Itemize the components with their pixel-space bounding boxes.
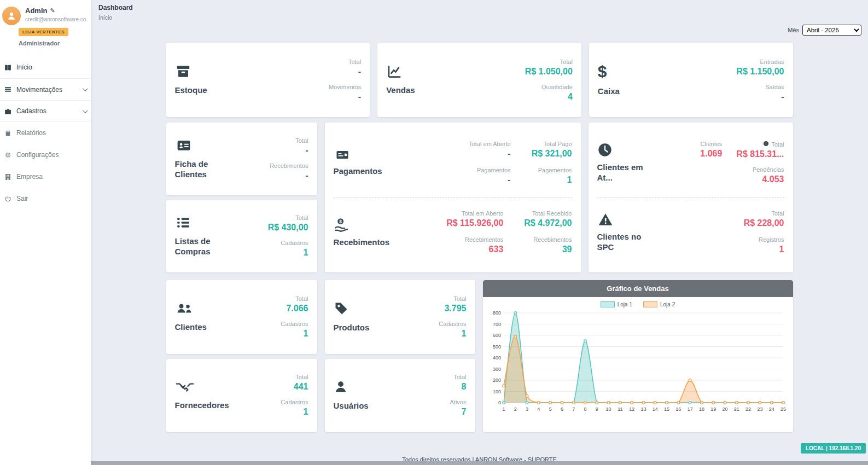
sidebar-item-inicio[interactable]: Início: [0, 56, 91, 78]
month-label: Mês: [788, 27, 799, 33]
svg-text:600: 600: [492, 333, 500, 338]
sales-area-chart: 0100200300400500600700800123456789101112…: [487, 309, 787, 418]
store-badge: LOJA VERTENTES: [19, 28, 68, 36]
stat-label: Recebimentos: [465, 236, 503, 243]
stat-value: -: [329, 67, 361, 77]
stat-value: 1: [281, 407, 308, 417]
stat-value: 1: [439, 329, 466, 339]
stat-value: R$ 115.926,00: [446, 218, 503, 228]
svg-text:1: 1: [502, 406, 505, 412]
stat-label: Total: [329, 59, 361, 65]
stat-label: Total: [525, 59, 573, 65]
chevron-down-icon: [83, 86, 88, 91]
svg-text:800: 800: [492, 310, 500, 316]
stat-label: Pagamentos: [538, 167, 572, 173]
svg-text:9: 9: [595, 406, 598, 412]
columns-icon: [4, 64, 11, 71]
power-icon: [4, 195, 11, 202]
stat-value: 4.053: [753, 175, 784, 184]
user-box: Admin ✎ credit@anronsoftware.co...: [0, 0, 91, 25]
stat-value: 633: [465, 245, 503, 254]
svg-text:300: 300: [492, 367, 500, 372]
stat-value: R$ 228,00: [744, 218, 784, 228]
stat-label: Total Pago: [532, 141, 572, 147]
svg-text:100: 100: [492, 389, 500, 394]
card-grafico-vendas: Gráfico de Vendas Loja 1 Loja 2 01002003…: [483, 280, 793, 432]
card-title: Listas de Compras: [175, 236, 236, 257]
card-produtos: Produtos Total3.795 Cadastros1: [325, 280, 475, 354]
avatar[interactable]: [2, 7, 21, 25]
stat-label: Movimentos: [329, 84, 361, 90]
svg-text:19: 19: [710, 406, 716, 412]
stat-label: Total: [450, 374, 467, 380]
sidebar-item-configuracoes[interactable]: Configurações: [0, 144, 91, 166]
edit-profile-icon[interactable]: ✎: [50, 7, 55, 14]
server-badge: LOCAL | 192.168.1.20: [801, 443, 866, 454]
stat-label: Cadastros: [439, 321, 466, 327]
svg-text:22: 22: [745, 406, 751, 412]
stat-value: R$ 815.31...: [736, 149, 784, 159]
sidebar-item-sair[interactable]: Sair: [0, 188, 91, 210]
card-title: Pagamentos: [334, 166, 395, 177]
month-select[interactable]: Abril - 2025: [802, 25, 861, 36]
svg-text:25: 25: [780, 406, 785, 412]
card-title: Produtos: [334, 323, 386, 333]
card-title: Estoque: [175, 85, 228, 96]
svg-text:15: 15: [664, 406, 669, 412]
clientes-atraso-section: Clientes em At... Clientes1.069 Total R$…: [597, 128, 784, 197]
stat-value: 1.069: [700, 149, 722, 159]
stat-label: Total: [281, 374, 308, 380]
sidebar-item-movimentacoes[interactable]: Movimentações: [0, 78, 91, 100]
sidebar-item-label: Início: [16, 63, 32, 71]
info-icon[interactable]: [763, 141, 769, 148]
card-title: Fornecedores: [175, 400, 229, 411]
stat-value: -: [736, 92, 784, 102]
card-title: Recebimentos: [334, 237, 395, 248]
svg-text:11: 11: [617, 406, 622, 412]
briefcase-icon: [4, 108, 11, 115]
sidebar-item-empresa[interactable]: Empresa: [0, 166, 91, 188]
pagamentos-section: Pagamentos Total em Aberto- Pagamentos- …: [334, 128, 572, 197]
building-icon: [4, 173, 11, 181]
card-pagamentos-recebimentos: Pagamentos Total em Aberto- Pagamentos- …: [325, 123, 581, 272]
card-fornecedores: Fornecedores Total441 Cadastros1: [166, 359, 317, 433]
svg-text:200: 200: [492, 377, 500, 383]
stat-value: R$ 321,00: [532, 149, 572, 159]
svg-text:8: 8: [584, 406, 586, 412]
card-ficha-clientes: Ficha de Clientes Total- Recebimentos-: [166, 123, 317, 195]
sidebar-item-relatorios[interactable]: Relatórios: [0, 122, 91, 144]
id-card-icon: [175, 138, 236, 153]
breadcrumb[interactable]: Início: [98, 14, 112, 21]
svg-text:12: 12: [629, 406, 634, 412]
legend-label: Loja 2: [660, 301, 675, 307]
svg-text:20: 20: [722, 406, 727, 412]
legend-swatch-loja1: [601, 301, 615, 307]
stat-label: Recebimentos: [270, 162, 308, 169]
stat-value: 1: [759, 245, 784, 254]
clientes-spc-section: Clientes no SPC TotalR$ 228,00 Registros…: [597, 198, 784, 268]
sidebar-item-cadastros[interactable]: Cadastros: [0, 100, 91, 122]
legend-item-loja2[interactable]: Loja 2: [643, 301, 675, 307]
stat-label: Cadastros: [281, 321, 308, 327]
stat-value: -: [329, 92, 361, 102]
stat-value: -: [270, 146, 308, 155]
stat-value: 4: [525, 92, 573, 102]
sidebar: Admin ✎ credit@anronsoftware.co... LOJA …: [0, 0, 91, 465]
stat-label: Cadastros: [281, 399, 308, 405]
bars-icon: [4, 86, 11, 93]
card-title: Clientes: [175, 322, 228, 333]
cards-grid: Estoque Total- Movimentos- Vendas TotalR…: [166, 43, 793, 432]
svg-text:5: 5: [549, 406, 551, 412]
stat-label: Total: [439, 295, 466, 302]
card-title: Clientes em At...: [597, 162, 659, 183]
user-email: credit@anronsoftware.co...: [25, 16, 88, 22]
legend-item-loja1[interactable]: Loja 1: [601, 301, 632, 307]
warning-triangle-icon: [597, 212, 679, 227]
stat-label: Total: [281, 295, 308, 302]
bottom-bar: [91, 461, 868, 465]
stat-label: Quantidade: [525, 84, 573, 90]
svg-text:6: 6: [560, 406, 563, 412]
stat-label: Total: [771, 141, 784, 148]
sidebar-item-label: Sair: [16, 195, 28, 202]
svg-text:4: 4: [537, 406, 540, 412]
